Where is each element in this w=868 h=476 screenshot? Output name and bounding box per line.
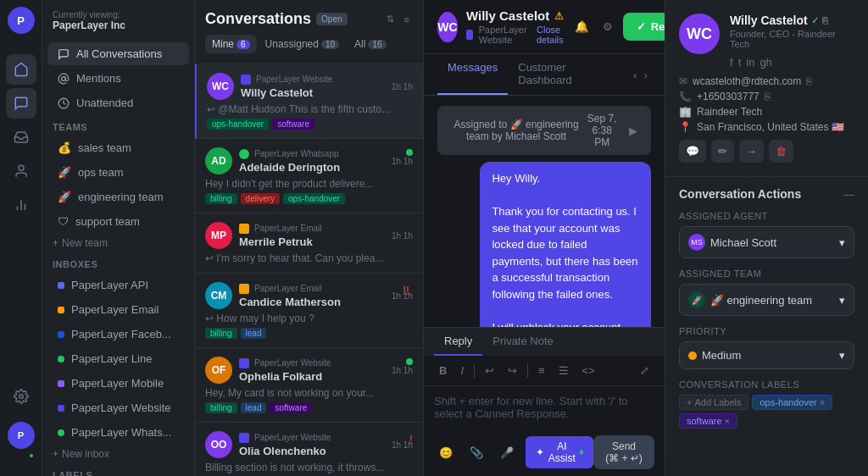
sidebar-icon-inbox[interactable] xyxy=(6,122,36,152)
github-link[interactable]: gh xyxy=(760,56,771,69)
new-conversation-btn[interactable]: 💬 xyxy=(679,140,706,163)
chat-tabs: Messages Customer Dashboard ‹ › xyxy=(424,54,665,96)
profile-title: Founder, CEO - Raindeer Tech xyxy=(730,29,854,49)
assigned-team-select[interactable]: 🚀 🚀 engineering team ▾ xyxy=(679,284,854,316)
profile-copy-icon[interactable]: ⎘ xyxy=(822,15,828,25)
audio-button[interactable]: 🎤 xyxy=(495,436,519,468)
tab-unassigned[interactable]: Unassigned10 xyxy=(259,35,347,53)
team-select-chevron: ▾ xyxy=(839,294,845,307)
assigned-agent-value: MS Michael Scott xyxy=(688,234,776,251)
input-tab-reply[interactable]: Reply xyxy=(434,328,482,356)
inbox-icon-api xyxy=(58,282,64,289)
contact-profile: WC Willy Castelot ✓ ⎘ Founder, CEO - Rai… xyxy=(665,0,868,177)
conv-item-3[interactable]: MP PaperLayer Email Merrile Petruk 1h 1h… xyxy=(195,213,423,274)
nav-inbox-mobile[interactable]: PaperLayer Mobile xyxy=(47,372,189,395)
linkedin-link[interactable]: in xyxy=(746,56,754,69)
chat-tab-messages[interactable]: Messages xyxy=(437,54,508,95)
conv-actions-collapse[interactable]: — xyxy=(843,188,854,201)
toolbar-italic[interactable]: I xyxy=(455,361,469,380)
filter-button[interactable]: ≡ xyxy=(401,10,413,28)
conv-tag-billing-5: billing xyxy=(205,402,237,413)
profile-info: ✉ wcasteloth@rdtech.com ⎘ 📞 +1650303777 … xyxy=(679,75,854,133)
nav-inbox-email[interactable]: PaperLayer Email xyxy=(47,298,189,321)
tab-all[interactable]: All16 xyxy=(348,35,392,53)
toolbar-list-ol[interactable]: ☰ xyxy=(554,361,574,380)
toolbar-bold[interactable]: B xyxy=(434,361,452,380)
sidebar-icon-reports[interactable] xyxy=(6,190,36,220)
conv-item-5[interactable]: OF PaperLayer Website Ophelia Folkard 1h… xyxy=(195,348,423,423)
inbox-label-facebook: PaperLayer Faceb... xyxy=(71,328,171,340)
chat-input-placeholder: Shift + enter for new line. Start with '… xyxy=(434,395,628,420)
chat-nav-prev[interactable]: ‹ xyxy=(630,54,640,95)
nav-unattended[interactable]: Unattended xyxy=(47,91,189,114)
sidebar-icon-settings[interactable] xyxy=(6,381,36,412)
nav-team-sales[interactable]: 💰 sales team xyxy=(47,136,189,159)
mute-button[interactable]: 🔔 xyxy=(571,17,593,36)
twitter-link[interactable]: t xyxy=(738,56,742,69)
nav-inbox-facebook[interactable]: PaperLayer Faceb... xyxy=(47,323,189,346)
more-options-button[interactable]: ⚙ xyxy=(599,17,616,36)
conv-item-2[interactable]: AD PaperLayer Whatsapp Adelaide Deringto… xyxy=(195,139,423,213)
conv-name-1: Willy Castelot xyxy=(241,86,385,99)
remove-software-label[interactable]: × xyxy=(725,416,730,426)
nav-inbox-whatsapp[interactable]: PaperLayer Whats... xyxy=(47,421,189,444)
label-tag-software[interactable]: software × xyxy=(679,413,737,429)
chat-input[interactable]: Shift + enter for new line. Start with '… xyxy=(424,386,665,429)
agent-avatar-small: MS xyxy=(688,234,705,251)
conv-item-4[interactable]: CM PaperLayer Email Candice Matherson 1h… xyxy=(195,274,423,348)
nav-team-engineering[interactable]: 🚀 engineering team xyxy=(47,185,189,208)
new-inbox-button[interactable]: + New inbox xyxy=(42,445,194,463)
nav-team-support[interactable]: 🛡 support team xyxy=(47,210,189,233)
chat-input-tabs: Reply Private Note xyxy=(424,328,665,356)
mentions-icon xyxy=(58,73,70,85)
conv-source-6: PaperLayer Website xyxy=(239,433,385,443)
system-message-expand[interactable]: ▶ xyxy=(626,121,641,141)
sidebar-icon-home[interactable] xyxy=(6,54,36,85)
attachment-button[interactable]: 📎 xyxy=(465,436,488,468)
send-button[interactable]: Send (⌘ + ↵) xyxy=(593,435,654,469)
add-label-button[interactable]: + Add Labels xyxy=(679,395,748,410)
inbox-icon-line xyxy=(58,356,64,363)
toolbar-undo[interactable]: ↩ xyxy=(480,361,499,380)
edit-profile-btn[interactable]: ✏ xyxy=(711,140,734,163)
label-tag-ops-handover[interactable]: ops-handover × xyxy=(752,395,832,410)
input-tab-note[interactable]: Private Note xyxy=(482,328,564,356)
nav-team-ops[interactable]: 🚀 ops team xyxy=(47,161,189,184)
new-team-button[interactable]: + New team xyxy=(42,234,194,252)
user-avatar[interactable]: P xyxy=(8,422,35,449)
copy-email-icon[interactable]: ⎘ xyxy=(806,75,812,87)
inbox-icon-facebook xyxy=(58,331,64,338)
conv-item-6[interactable]: OO PaperLayer Website Olia Olenchenko 1h… xyxy=(195,423,423,476)
close-details-link[interactable]: Close details xyxy=(537,25,571,45)
ai-assist-button[interactable]: ✦ AI Assist xyxy=(526,436,593,468)
delete-btn[interactable]: 🗑 xyxy=(769,140,793,163)
assigned-agent-select[interactable]: MS Michael Scott ▾ xyxy=(679,226,854,258)
conv-item-1[interactable]: WC PaperLayer Website Willy Castelot 1h … xyxy=(195,64,423,139)
toolbar-list-ul[interactable]: ≡ xyxy=(533,361,550,380)
ai-icon: ✦ xyxy=(536,446,544,458)
nav-all-conversations[interactable]: All Conversations xyxy=(47,42,189,65)
sidebar-icon-contacts[interactable] xyxy=(6,156,36,186)
nav-inbox-website[interactable]: PaperLayer Website xyxy=(47,396,189,419)
copy-phone-icon[interactable]: ⎘ xyxy=(765,91,771,102)
toolbar-code[interactable]: <> xyxy=(577,361,600,380)
sidebar-icon-chat[interactable] xyxy=(6,88,36,119)
remove-ops-label[interactable]: × xyxy=(820,397,825,407)
sort-button[interactable]: ⇅ xyxy=(383,10,398,28)
emoji-button[interactable]: 😊 xyxy=(434,436,458,468)
chat-input-actions: 😊 📎 🎤 ✦ AI Assist xyxy=(434,436,593,468)
forward-btn[interactable]: → xyxy=(739,140,764,163)
priority-select[interactable]: Medium ▾ xyxy=(679,341,854,369)
facebook-link[interactable]: f xyxy=(730,56,733,69)
chat-nav-next[interactable]: › xyxy=(641,54,651,95)
nav-inbox-line[interactable]: PaperLayer Line xyxy=(47,347,189,370)
toolbar-redo[interactable]: ↪ xyxy=(503,361,522,380)
tab-mine[interactable]: Mine6 xyxy=(205,35,257,53)
tab-all-label: All xyxy=(354,38,365,50)
chat-tab-dashboard[interactable]: Customer Dashboard xyxy=(508,54,630,95)
team-emoji-engineering: 🚀 xyxy=(58,191,71,203)
team-label-engineering: engineering team xyxy=(78,191,163,203)
nav-mentions[interactable]: Mentions xyxy=(47,67,189,90)
nav-inbox-api[interactable]: PaperLayer API xyxy=(47,274,189,296)
toolbar-expand[interactable]: ⤢ xyxy=(635,361,654,380)
